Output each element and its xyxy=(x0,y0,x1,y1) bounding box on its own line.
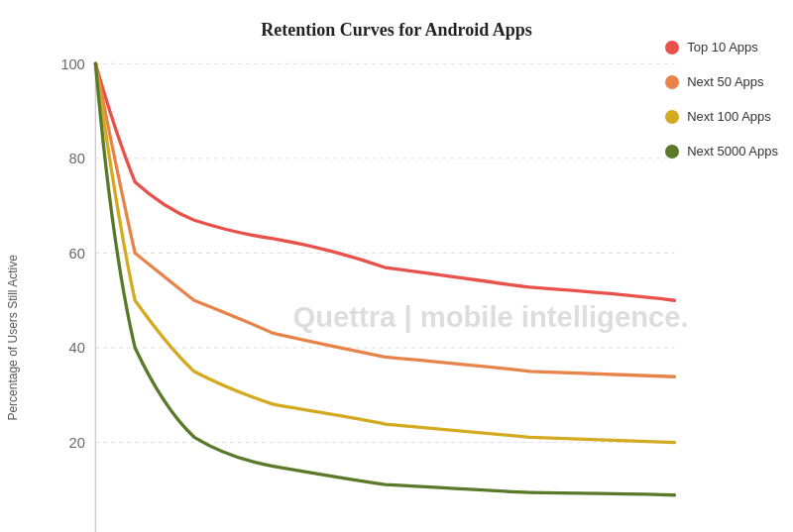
svg-text:80: 80 xyxy=(69,151,85,166)
svg-text:60: 60 xyxy=(69,246,85,262)
chart-container: Retention Curves for Android Apps Percen… xyxy=(0,0,793,532)
legend-dot-next100 xyxy=(665,110,679,124)
legend-item-next5000: Next 5000 Apps xyxy=(665,144,778,159)
legend-item-next50: Next 50 Apps xyxy=(665,74,778,89)
svg-text:40: 40 xyxy=(69,340,85,356)
legend-dot-next5000 xyxy=(665,145,679,159)
legend-item-next100: Next 100 Apps xyxy=(665,109,778,124)
chart-area: Percentage of Users Still Active .axis-l… xyxy=(0,51,793,532)
legend-label-next50: Next 50 Apps xyxy=(687,74,763,89)
legend: Top 10 Apps Next 50 Apps Next 100 Apps N… xyxy=(665,40,778,159)
legend-item-top10: Top 10 Apps xyxy=(665,40,778,54)
legend-dot-top10 xyxy=(665,41,679,54)
legend-label-next5000: Next 5000 Apps xyxy=(687,144,778,159)
svg-text:20: 20 xyxy=(69,435,85,451)
svg-text:100: 100 xyxy=(60,56,84,72)
y-axis-label: Percentage of Users Still Active xyxy=(0,51,30,532)
legend-dot-next50 xyxy=(665,75,679,89)
svg-text:Quettra  |  mobile intelligenc: Quettra | mobile intelligence. xyxy=(293,301,689,333)
chart-title: Retention Curves for Android Apps xyxy=(261,20,531,41)
legend-label-top10: Top 10 Apps xyxy=(687,40,758,54)
legend-label-next100: Next 100 Apps xyxy=(687,109,771,124)
